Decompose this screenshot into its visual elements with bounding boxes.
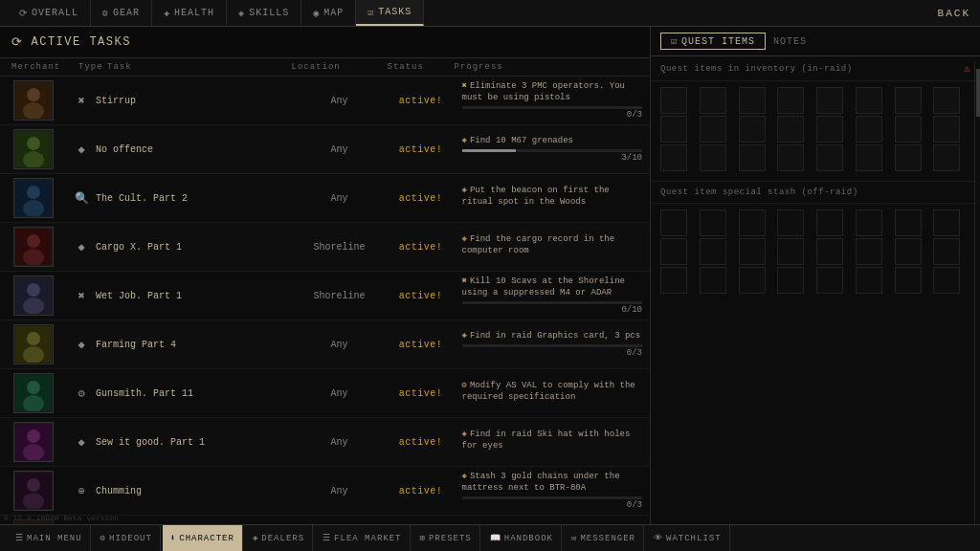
bottom-nav-flea-market[interactable]: ☰FLEA MARKET <box>315 525 410 551</box>
task-location-2: Any <box>292 144 388 155</box>
stash-cell-15 <box>933 238 960 265</box>
type-icon-5: ✖ <box>67 289 96 303</box>
task-name-7: Gunsmith. Part 11 <box>96 388 292 399</box>
stash-cell-20 <box>816 267 843 294</box>
col-task: Task <box>107 62 292 72</box>
task-progress-6: ◈Find in raid Graphics card, 3 pcs0/3 <box>455 327 651 362</box>
stash-cell-3 <box>777 209 804 236</box>
nav-tasks[interactable]: ☑ TASKS <box>356 0 424 26</box>
task-row-5[interactable]: ✖Wet Job. Part 1Shorelineactive!✖Kill 10… <box>0 272 650 320</box>
col-location: Location <box>292 62 388 72</box>
bottom-nav-messenger[interactable]: ✉MESSENGER <box>564 525 644 551</box>
task-location-5: Shoreline <box>292 291 388 301</box>
task-progress-7: ⚙Modify AS VAL to comply with the requir… <box>455 377 651 408</box>
type-icon-4: ◆ <box>67 240 96 254</box>
inventory-cell-23 <box>933 144 960 171</box>
stash-cell-23 <box>933 267 960 294</box>
task-row-4[interactable]: ◆Cargo X. Part 1Shorelineactive!◈Find th… <box>0 223 650 272</box>
bottom-nav-character[interactable]: ⬇CHARACTER <box>163 525 243 551</box>
nav-gear[interactable]: ⚙ GEAR <box>91 0 152 26</box>
notes-tab[interactable]: NOTES <box>773 36 807 47</box>
progress-count-9: 0/3 <box>462 500 643 510</box>
bottom-nav-watchlist[interactable]: 👁WATCHLIST <box>646 525 730 551</box>
nav-overall[interactable]: ⟳ OVERALL <box>8 0 91 26</box>
inventory-cell-19 <box>777 144 804 171</box>
stash-cell-19 <box>777 267 804 294</box>
inventory-cell-12 <box>816 116 843 143</box>
nav-tasks-label: TASKS <box>378 7 412 17</box>
task-row-3[interactable]: 🔍The Cult. Part 2Anyactive!◈Put the beac… <box>0 174 650 223</box>
stash-cell-22 <box>895 267 922 294</box>
bottom-nav-dealers[interactable]: ◈DEALERS <box>245 525 313 551</box>
handbook-label: HANDBOOK <box>504 534 553 543</box>
task-row-7[interactable]: ⚙Gunsmith. Part 11Anyactive!⚙Modify AS V… <box>0 369 650 418</box>
stash-cell-12 <box>816 238 843 265</box>
svg-point-22 <box>27 430 40 443</box>
task-location-4: Shoreline <box>292 242 388 253</box>
task-progress-9: ◈Stash 3 gold chains under the mattress … <box>455 468 651 513</box>
overall-icon: ⟳ <box>19 8 28 19</box>
inventory-cell-7 <box>933 87 960 114</box>
task-status-6: active! <box>388 340 455 350</box>
flea-market-icon: ☰ <box>323 533 331 543</box>
inventory-cell-0 <box>660 87 687 114</box>
type-icon-2: ◆ <box>67 143 96 157</box>
svg-point-1 <box>27 88 40 101</box>
stash-cell-11 <box>777 238 804 265</box>
active-tasks-icon: ⟳ <box>11 34 24 50</box>
nav-health[interactable]: ✚ HEALTH <box>152 0 227 26</box>
health-icon: ✚ <box>164 8 170 19</box>
watchlist-icon: 👁 <box>654 533 663 543</box>
inventory-cell-18 <box>739 144 766 171</box>
messenger-label: MESSENGER <box>580 534 635 543</box>
merchant-avatar-3 <box>13 178 54 218</box>
inventory-cell-14 <box>895 116 922 143</box>
bottom-nav: ☰MAIN MENU⚙HIDEOUT⬇CHARACTER◈DEALERS☰FLE… <box>0 524 980 551</box>
task-row-8[interactable]: ◆Sew it good. Part 1Anyactive!◈Find in r… <box>0 418 650 467</box>
inventory-cell-11 <box>777 116 804 143</box>
bottom-nav-presets[interactable]: ⊞PRESETS <box>412 525 480 551</box>
svg-point-19 <box>27 381 40 394</box>
task-row-2[interactable]: ◆No offenceAnyactive!◈Find 10 M67 grenad… <box>0 125 650 174</box>
stash-cell-1 <box>700 209 726 236</box>
stash-cell-5 <box>856 209 882 236</box>
skills-icon: ◈ <box>238 8 245 19</box>
stash-cell-8 <box>660 238 687 265</box>
bottom-nav-main-menu[interactable]: ☰MAIN MENU <box>8 525 91 551</box>
inventory-cell-22 <box>895 144 922 171</box>
nav-skills[interactable]: ◈ SKILLS <box>227 0 301 26</box>
back-button[interactable]: BACK <box>938 8 970 19</box>
stash-cell-16 <box>660 267 687 294</box>
bottom-nav-handbook[interactable]: 📖HANDBOOK <box>482 525 562 551</box>
right-scrollbar[interactable] <box>974 61 980 524</box>
merchant-avatar-6 <box>13 324 54 364</box>
task-row-9[interactable]: ⊕ChummingAnyactive!◈Stash 3 gold chains … <box>0 467 650 516</box>
task-location-9: Any <box>292 486 388 496</box>
task-progress-8: ◈Find in raid Ski hat with holes for eye… <box>455 426 651 457</box>
stash-grid <box>651 204 980 299</box>
left-panel: ⟳ ACTIVE TASKS Merchant Type Task Locati… <box>0 27 651 524</box>
svg-point-16 <box>27 332 40 345</box>
task-row-1[interactable]: ✖StirrupAnyactive!✖Eliminate 3 PMC opera… <box>0 77 650 125</box>
stash-cell-18 <box>739 267 766 294</box>
nav-skills-label: SKILLS <box>249 8 289 18</box>
top-nav: ⟳ OVERALL ⚙ GEAR ✚ HEALTH ◈ SKILLS ◉ MAP… <box>0 0 980 27</box>
inventory-cell-9 <box>700 116 726 143</box>
merchant-avatar-2 <box>13 129 54 169</box>
bottom-nav-hideout[interactable]: ⚙HIDEOUT <box>93 525 161 551</box>
merchant-avatar-9 <box>13 471 54 511</box>
stash-cell-14 <box>895 238 922 265</box>
quest-items-tab[interactable]: ☑ QUEST ITEMS <box>660 33 766 50</box>
hideout-icon: ⚙ <box>100 533 106 543</box>
progress-bar-container-6 <box>462 344 643 347</box>
inventory-cell-4 <box>816 87 843 114</box>
progress-count-1: 0/3 <box>462 110 643 120</box>
svg-point-7 <box>27 186 40 199</box>
inventory-cell-1 <box>700 87 726 114</box>
type-icon-9: ⊕ <box>67 484 96 498</box>
progress-bar-container-5 <box>462 301 643 304</box>
handbook-icon: 📖 <box>490 533 501 543</box>
task-row-6[interactable]: ◆Farming Part 4Anyactive!◈Find in raid G… <box>0 320 650 369</box>
col-status: Status <box>388 62 455 72</box>
nav-map[interactable]: ◉ MAP <box>301 0 356 26</box>
